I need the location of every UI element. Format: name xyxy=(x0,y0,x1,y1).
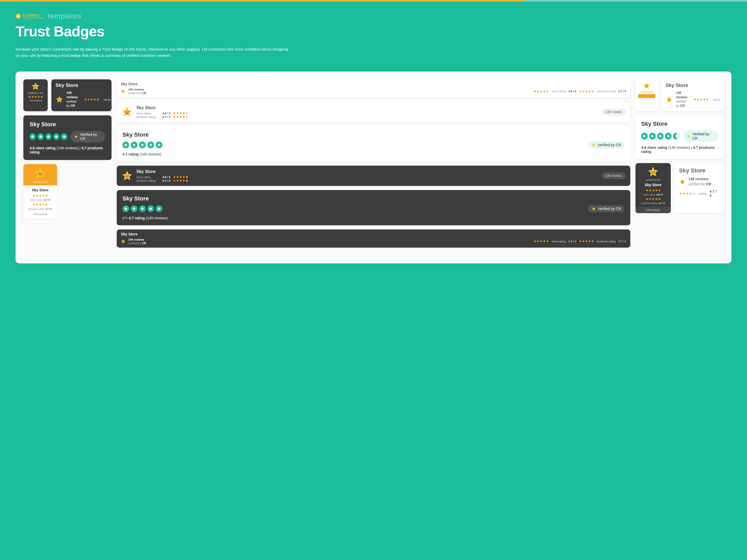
star-icon xyxy=(139,141,146,148)
rating-label: rating xyxy=(713,98,720,101)
verified-pill: Verified by CR xyxy=(588,141,624,149)
badge-dark-line: Sky Store 149 reviews verified by CR sto… xyxy=(117,230,630,248)
star-icon xyxy=(30,133,36,140)
star-rating-icon xyxy=(534,90,549,93)
store-name: Sky Store xyxy=(30,121,105,128)
store-name: Sky Store xyxy=(123,195,624,202)
smiley-star-icon xyxy=(121,239,126,244)
star-icon xyxy=(123,205,129,212)
badge-small-light: verified by CR xyxy=(636,79,658,111)
star-icon xyxy=(16,14,21,19)
rating-label: rating xyxy=(103,98,111,101)
templates-label: templates xyxy=(48,12,81,20)
smiley-star-icon xyxy=(679,178,686,185)
star-icon xyxy=(156,205,162,212)
store-name: Sky Store xyxy=(123,131,624,138)
store-rating-value: 4.8 / 5 xyxy=(162,176,171,179)
badge-light-large-2: Sky Store Verified by CR 4.8 store ratin… xyxy=(636,115,724,159)
verified-pill: Verified by CR xyxy=(588,205,624,212)
badge-dark-row: Sky Store 149 reviews verified by CR rat… xyxy=(51,79,111,111)
badge-orange-vertical: verified by CR Sky Store store rating 4.… xyxy=(23,164,57,219)
brand-logo: CUSREV CUSTOMER REVIEWS xyxy=(16,14,44,19)
badge-large-dark: Sky Store Verified by CR 4.8 store ratin… xyxy=(23,115,111,160)
star-icon xyxy=(123,141,129,148)
store-name: Sky Store xyxy=(641,121,718,127)
store-name: Sky Store xyxy=(136,106,598,110)
products-rating-label: products rating xyxy=(597,240,616,243)
verified-pill: Verified by CR xyxy=(683,130,718,142)
star-icon xyxy=(45,133,52,140)
store-rating-line: store rating 4.8 / 5 xyxy=(25,198,55,201)
products-rating-label: products rating xyxy=(136,115,160,118)
brand-name: CUSREV xyxy=(23,14,44,17)
rating-summary: 4.8 store rating (149 reviews) | 4.7 pro… xyxy=(30,146,105,154)
store-name: Sky Store xyxy=(679,167,719,174)
store-name: Sky Store xyxy=(121,82,626,86)
rating-value: 4.7 / 5 xyxy=(710,189,719,197)
star-rating-icon xyxy=(646,189,661,192)
rating-summary: 4.8 store rating (149 reviews) | 4.7 pro… xyxy=(641,145,718,154)
store-rating-label: store rating xyxy=(136,112,160,115)
smiley-star-icon xyxy=(31,82,40,91)
star-icon xyxy=(641,133,648,139)
verified-label: verified by CR xyxy=(67,100,78,108)
star-icon xyxy=(657,133,664,139)
review-count: 149 reviews xyxy=(67,91,78,100)
verified-label: verified by CR xyxy=(128,91,146,95)
star-icon xyxy=(131,205,137,212)
half-star-icon xyxy=(673,133,679,139)
review-count: 149 reviews xyxy=(128,88,146,91)
star-rating-icon xyxy=(579,90,594,93)
smiley-star-icon xyxy=(121,106,133,118)
star-rating-icon xyxy=(28,96,43,98)
badge-small-dark: verified by CR 149 reviews xyxy=(23,79,48,111)
badge-gallery: verified by CR 149 reviews Sky Store 149… xyxy=(16,72,731,263)
verified-label: verified by CR xyxy=(128,241,146,245)
star-icon xyxy=(147,141,154,148)
verified-label: verified by CR xyxy=(640,91,653,93)
rating-summary: 4.7 rating (149 reviews) xyxy=(123,152,624,156)
star-icon xyxy=(147,205,154,212)
review-count: 149 reviews xyxy=(636,207,671,213)
page-title: Trust Badges xyxy=(16,23,731,40)
star-rating-icon xyxy=(173,112,188,114)
star-rating-icon xyxy=(33,194,48,197)
star-icon xyxy=(156,141,162,148)
star-icon xyxy=(665,133,671,139)
store-name: Sky Store xyxy=(55,82,107,88)
store-rating-label: store rating xyxy=(136,176,160,179)
products-rating-label: products rating xyxy=(597,90,616,93)
verified-pill: Verified by CR xyxy=(71,131,105,142)
products-rating-label: products rating xyxy=(136,179,160,182)
star-icon xyxy=(61,133,67,140)
verified-label: verified by CR xyxy=(676,100,687,108)
hero: CUSREV CUSTOMER REVIEWS templates Trust … xyxy=(0,2,747,64)
verified-label: verified by CR xyxy=(688,182,711,187)
badge-light-row: Sky Store 149 reviews verified by CR rat… xyxy=(662,79,724,111)
star-rating-icon xyxy=(534,240,549,243)
review-count: 149 reviews xyxy=(128,238,146,241)
products-rating-value: 4.7 / 5 xyxy=(618,90,626,93)
star-rating-icon xyxy=(638,94,655,98)
badge-light-line: Sky Store 149 reviews verified by CR sto… xyxy=(117,79,630,98)
star-icon xyxy=(37,133,44,140)
smiley-star-icon xyxy=(121,89,126,94)
badge-dark-large: Sky Store Verified by CR s"> 4.7 rating … xyxy=(117,190,630,225)
top-accent-bar xyxy=(0,0,747,2)
smiley-star-icon xyxy=(647,166,659,178)
badge-dark-stacked: Sky Store store rating 4.8 / 5 products … xyxy=(117,166,630,186)
review-count: 149 reviews xyxy=(29,99,42,102)
badge-light-stacked: Sky Store store rating 4.8 / 5 products … xyxy=(117,102,630,122)
rating-label: rating xyxy=(698,192,706,195)
star-icon xyxy=(139,205,146,212)
star-icon xyxy=(649,133,656,139)
badge-light-large: Sky Store Verified by CR 4.7 rating (149… xyxy=(117,126,630,161)
products-rating-value: 4.7 / 5 xyxy=(162,115,171,118)
star-rating-icon xyxy=(694,98,709,101)
store-rating-value: 4.8 / 5 xyxy=(162,112,171,115)
badge-light-column: Sky Store 149 reviews verified by CR rat… xyxy=(674,163,724,213)
review-count: 149 reviews xyxy=(688,177,711,182)
star-icon xyxy=(131,141,137,148)
review-count-pill: 149 reviews xyxy=(602,172,626,179)
verified-label: verified by CR xyxy=(638,179,669,181)
